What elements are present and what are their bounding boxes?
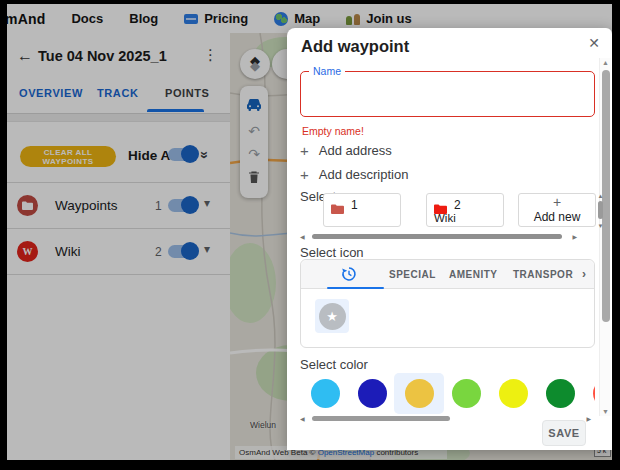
color-swatch-gold-selected[interactable]: [405, 379, 434, 408]
name-input[interactable]: [309, 78, 584, 108]
selected-tab-underline: [327, 287, 384, 290]
scroll-down-icon[interactable]: ▼: [596, 223, 605, 229]
icon-picker: SPECIAL AMENITY TRANSPOR › ★: [300, 259, 595, 348]
icon-tab-transport[interactable]: TRANSPOR: [513, 269, 573, 280]
add-description-button[interactable]: + Add description: [300, 164, 408, 184]
plus-icon: +: [553, 194, 561, 210]
group-list-scrollbar[interactable]: ▲ ▼: [596, 193, 605, 229]
color-picker: ◀ ▶: [300, 372, 595, 422]
plus-icon: +: [300, 166, 309, 183]
scroll-up-icon[interactable]: ▲: [596, 193, 605, 199]
scroll-left-icon[interactable]: ◀: [300, 415, 305, 422]
name-field-label: Name: [309, 65, 345, 77]
color-swatch-red[interactable]: [593, 379, 595, 408]
name-field: Name: [300, 71, 595, 117]
folder-icon: [331, 200, 344, 218]
icon-tab-special[interactable]: SPECIAL: [389, 269, 436, 280]
color-swatch-yellow[interactable]: [499, 379, 528, 408]
icon-tab-amenity[interactable]: AMENITY: [449, 269, 498, 280]
scroll-right-icon[interactable]: ▶: [586, 415, 591, 422]
color-swatch-navy[interactable]: [358, 379, 387, 408]
add-waypoint-dialog: Add waypoint ✕ ▲ ▼ Name Empty name! + Ad…: [287, 28, 612, 450]
select-icon-label: Select icon: [300, 245, 364, 260]
select-color-label: Select color: [300, 357, 368, 372]
group-card-2[interactable]: 2 Wiki: [426, 193, 504, 227]
scroll-left-icon[interactable]: ◀: [300, 233, 305, 240]
group-hscrollbar[interactable]: ◀ ▶: [300, 233, 595, 241]
add-new-group-card[interactable]: + Add new: [518, 193, 596, 227]
add-address-button[interactable]: + Add address: [300, 140, 392, 160]
icon-category-tabs: SPECIAL AMENITY TRANSPOR ›: [301, 260, 594, 289]
name-error-text: Empty name!: [302, 125, 364, 137]
star-icon: ★: [326, 309, 338, 324]
scroll-right-icon[interactable]: ▶: [572, 233, 577, 240]
group-card-1[interactable]: 1: [323, 193, 401, 227]
app-screen: mAnd Docs Blog Pricing Map Join us ← Tue…: [7, 4, 612, 460]
save-button[interactable]: SAVE: [542, 420, 586, 446]
color-swatch-dark-green[interactable]: [546, 379, 575, 408]
color-swatch-cyan[interactable]: [311, 379, 340, 408]
tabs-scroll-right-icon[interactable]: ›: [582, 267, 586, 281]
scroll-down-icon[interactable]: ▼: [600, 408, 611, 415]
dialog-scrollbar[interactable]: ▲ ▼: [599, 58, 611, 416]
waypoint-icon-option-selected[interactable]: ★: [315, 299, 349, 333]
plus-icon: +: [300, 142, 309, 159]
history-icon[interactable]: [341, 266, 357, 286]
color-swatch-light-green[interactable]: [452, 379, 481, 408]
scroll-up-icon[interactable]: ▲: [600, 59, 611, 66]
